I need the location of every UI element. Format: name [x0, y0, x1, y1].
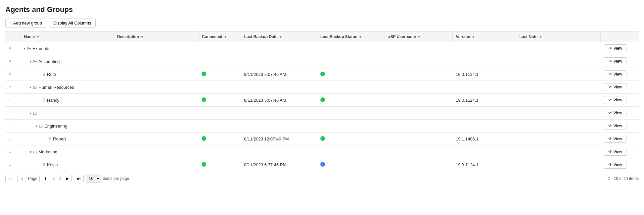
view-button[interactable]: 👁 View — [604, 161, 626, 169]
row-connected-cell — [198, 107, 241, 120]
drag-handle[interactable]: ≡ — [5, 68, 21, 81]
table-row: ≡▾🗁Marketing👁 View — [5, 145, 639, 158]
backup-status-filter-icon[interactable]: ▼ — [358, 35, 362, 39]
version-filter-icon[interactable]: ▼ — [472, 35, 475, 39]
row-description-cell — [114, 81, 199, 94]
row-connected-cell — [198, 68, 241, 81]
row-backup-status-cell — [317, 81, 385, 94]
group-expand-arrow[interactable]: ▾ — [24, 47, 25, 50]
note-filter-icon[interactable]: ▼ — [539, 35, 542, 39]
row-name-label: Example — [32, 46, 49, 51]
row-version-cell — [452, 42, 516, 55]
backup-date-filter-icon[interactable]: ▼ — [279, 35, 283, 39]
eye-icon: 👁 — [608, 98, 612, 102]
first-page-button[interactable]: ⏮ — [5, 175, 15, 182]
group-expand-arrow[interactable]: ▾ — [36, 124, 37, 128]
drag-handle[interactable]: ≡ — [5, 107, 21, 120]
page-number-input[interactable] — [39, 175, 51, 182]
row-connected-cell — [198, 120, 241, 133]
drag-handle[interactable]: ≡ — [5, 145, 21, 158]
connected-status-dot — [202, 97, 206, 102]
table-row: ≡🖥Nancy8/11/2023 5:07:46 AM19.0.1124.1👁 … — [5, 94, 639, 107]
row-xsp-cell — [385, 42, 452, 55]
row-name-label: Robert — [53, 136, 66, 141]
row-name-cell: ▾🗁Human Resources — [21, 81, 114, 94]
drag-icon: ≡ — [9, 72, 11, 77]
row-backup-date-cell: 8/11/2023 12:07:46 PM — [241, 133, 317, 145]
of-label: of — [53, 176, 57, 181]
col-version-header: Version ▼ — [452, 32, 516, 42]
name-filter-icon[interactable]: ▼ — [36, 35, 40, 39]
row-connected-cell — [198, 81, 241, 94]
backup-status-dot — [320, 72, 325, 76]
group-expand-arrow[interactable]: ▾ — [30, 150, 31, 154]
row-backup-date-cell — [241, 42, 317, 55]
display-all-columns-button[interactable]: Display All Columns — [49, 19, 96, 27]
prev-page-button[interactable]: ◀ — [17, 175, 26, 182]
drag-icon: ≡ — [9, 84, 11, 90]
row-connected-cell — [198, 145, 241, 158]
row-name-label: Ruth — [47, 72, 56, 77]
row-description-cell — [114, 55, 199, 68]
row-backup-date-cell: 8/11/2023 6:37:46 PM — [241, 158, 317, 171]
table-row: ≡▾🗁Example👁 View — [5, 42, 639, 55]
eye-icon: 👁 — [608, 59, 612, 64]
drag-handle[interactable]: ≡ — [5, 55, 21, 68]
row-version-cell — [452, 107, 516, 120]
view-button[interactable]: 👁 View — [604, 83, 626, 91]
view-button[interactable]: 👁 View — [604, 122, 626, 130]
row-backup-date-cell — [241, 81, 317, 94]
add-new-group-button[interactable]: + Add new group — [5, 19, 46, 27]
row-version-cell: 19.0.1124.1 — [452, 68, 516, 81]
view-button[interactable]: 👁 View — [604, 44, 626, 52]
agent-icon: 🖥 — [42, 98, 46, 102]
view-button[interactable]: 👁 View — [604, 70, 626, 78]
row-action-cell: 👁 View — [601, 81, 639, 94]
table-row: ≡▾🗁Human Resources👁 View — [5, 81, 639, 94]
row-name-cell: ▾🗁Accounting — [21, 55, 114, 68]
agent-icon: 🖥 — [42, 72, 46, 77]
row-backup-status-cell — [317, 158, 385, 171]
group-expand-arrow[interactable]: ▾ — [30, 60, 31, 63]
view-button[interactable]: 👁 View — [604, 57, 626, 65]
last-page-button[interactable]: ⏭ — [74, 175, 84, 182]
table-header: Name ▼ Description ▼ Connected ▼ — [5, 32, 639, 42]
drag-handle[interactable]: ≡ — [5, 158, 21, 171]
col-backup-date-header: Last Backup Date ▼ — [241, 32, 317, 42]
drag-icon: ≡ — [9, 46, 11, 51]
connected-filter-icon[interactable]: ▼ — [224, 35, 227, 39]
row-description-cell — [114, 107, 199, 120]
folder-icon: 🗁 — [33, 111, 37, 116]
view-button[interactable]: 👁 View — [604, 109, 626, 117]
drag-handle[interactable]: ≡ — [5, 120, 21, 133]
page-title: Agents and Groups — [5, 5, 639, 14]
view-button[interactable]: 👁 View — [604, 96, 626, 104]
drag-handle[interactable]: ≡ — [5, 42, 21, 55]
row-description-cell — [114, 120, 199, 133]
row-name-label: Marketing — [38, 149, 57, 154]
drag-handle[interactable]: ≡ — [5, 133, 21, 145]
eye-icon: 👁 — [608, 162, 612, 167]
next-page-button[interactable]: ▶ — [63, 175, 72, 182]
xsp-filter-icon[interactable]: ▼ — [417, 35, 421, 39]
view-button[interactable]: 👁 View — [604, 135, 626, 143]
row-action-cell: 👁 View — [601, 55, 639, 68]
description-filter-icon[interactable]: ▼ — [140, 35, 144, 39]
row-description-cell — [114, 133, 199, 145]
drag-icon: ≡ — [9, 149, 11, 154]
drag-handle[interactable]: ≡ — [5, 81, 21, 94]
row-name-label: Kevin — [47, 162, 58, 167]
row-name-label: Human Resources — [38, 85, 74, 90]
group-expand-arrow[interactable]: ▾ — [30, 111, 31, 115]
per-page-select[interactable]: 10 25 50 — [86, 175, 101, 183]
drag-handle[interactable]: ≡ — [5, 94, 21, 107]
row-description-cell — [114, 42, 199, 55]
table-row: ≡▾🗁Accounting👁 View — [5, 55, 639, 68]
group-expand-arrow[interactable]: ▾ — [30, 85, 31, 89]
row-name-label: Nancy — [47, 98, 59, 103]
view-button[interactable]: 👁 View — [604, 148, 626, 156]
row-backup-status-cell — [317, 42, 385, 55]
row-name-cell: 🖥Kevin — [21, 158, 114, 171]
page-label: Page — [28, 176, 37, 181]
row-name-cell: 🖥Robert — [21, 133, 114, 145]
